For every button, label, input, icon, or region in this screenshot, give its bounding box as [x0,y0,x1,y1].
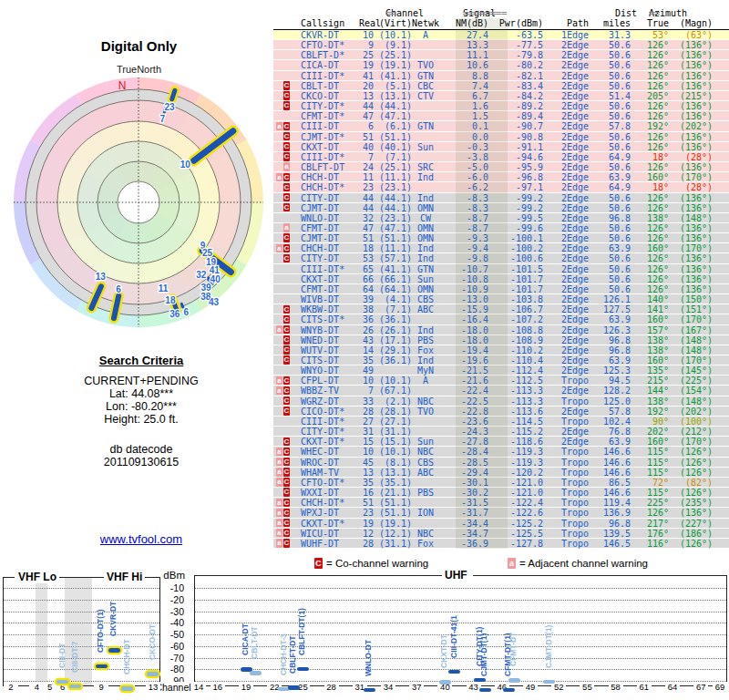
miles-cell: 96.8 [589,213,631,222]
co-channel-icon: C [283,325,290,335]
magnetic-azimuth-cell: (100°) [669,417,713,426]
path-cell: 2Edge [543,437,589,446]
magnetic-azimuth-cell: (126°) [669,458,713,467]
db-datecode-value: 201109130615 [0,456,282,468]
virtual-channel-cell: (11.1) [374,172,412,181]
radar-channel-label: 11 [159,283,169,293]
uhf-label: UHF [442,570,470,582]
magnetic-azimuth-cell: (136°) [669,162,713,171]
path-cell: 2Edge [543,407,589,416]
miles-cell: 125.0 [589,396,631,406]
network-cell: TVO [412,407,439,416]
true-azimuth-cell: 192° [631,121,669,130]
real-channel-cell: 35 [359,355,374,365]
adjacent-channel-icon: a [276,376,282,386]
real-channel-cell: 33 [359,396,374,406]
signal-callsign-label: CKVR-DT [108,602,118,636]
power-cell: -99.2 [488,193,543,202]
callsign-cell: CKXT-DT* [301,437,359,446]
co-channel-icon: C [283,81,290,90]
page-title: Digital Only [0,38,278,54]
network-cell: CW [412,213,439,222]
network-cell [412,478,439,487]
real-channel-cell: 11 [359,172,374,181]
network-cell: CBC [412,81,439,90]
adjacent-channel-icon: a [283,223,290,232]
network-cell: A [412,376,439,385]
noise-margin-cell: -28.5 [439,458,488,467]
noise-margin-cell: -19.6 [439,355,488,365]
noise-margin-cell: 0.1 [439,121,488,130]
miles-cell: 96.8 [589,335,631,345]
callsign-cell: CJMT-DT [301,203,359,212]
noise-margin-cell: -8.7 [439,213,488,222]
warning-markers [273,71,292,80]
adjacent-channel-legend: a = Adjacent channel warning [508,558,648,569]
co-channel-icon: C [283,254,290,263]
real-channel-cell: 24 [359,162,374,171]
power-cell: -80.2 [488,60,543,69]
co-channel-legend-text: = Co-channel warning [326,558,428,569]
power-cell: -82.1 [488,71,543,80]
table-row: CFMT-DT*47(47.1)1.5-89.42Edge50.6126°(13… [273,111,729,121]
virtual-channel-cell: (44.1) [374,101,412,110]
warning-markers: C [273,81,292,90]
power-cell: -118.6 [488,437,543,446]
virtual-channel-cell: (13.1) [374,468,412,477]
virtual-channel-cell: (51.1) [374,508,412,517]
miles-cell: 50.6 [589,50,631,59]
miles-cell: 57.8 [589,407,631,416]
warning-markers: C [273,253,292,262]
tvfool-link[interactable]: www.tvfool.com [100,532,182,546]
path-cell: Tropo [543,396,589,406]
real-channel-cell: 51 [359,132,374,141]
adjacent-channel-icon: a [276,458,282,467]
true-azimuth-cell: 126° [631,193,669,202]
latitude-value: Lat: 44.08*** [0,387,282,400]
co-channel-icon: C [314,558,323,569]
noise-margin-cell: -10.9 [439,284,488,293]
signal-marker [121,686,133,691]
warning-markers: C [273,407,292,416]
magnetic-azimuth-cell: (186°) [669,529,713,538]
path-cell: Tropo [543,508,589,517]
warning-markers: C [273,91,292,100]
radar-channel-label: 10 [180,160,191,170]
callsign-cell: WUHF-DT [301,539,359,548]
miles-cell: 146.5 [589,539,631,548]
col-path: Path [543,18,589,29]
table-row: CKXT-DT66(66.1)Sun-10.8-101.72Edge50.612… [273,274,729,284]
magnetic-azimuth-cell: (136°) [669,253,713,262]
dbm-gridline [194,634,726,635]
noise-margin-cell: -23.6 [439,417,488,426]
power-cell: -125.5 [488,529,543,538]
warning-markers: aC [273,468,292,477]
warning-markers: C [273,233,292,242]
miles-cell: 50.6 [589,193,631,202]
path-cell: 2Edge [543,50,589,59]
miles-cell: 50.6 [589,81,631,90]
signal-marker [250,671,262,675]
magnetic-azimuth-cell: (170°) [669,172,713,181]
callsign-cell: CKXT-DT [301,142,359,151]
true-azimuth-cell: 126° [631,274,669,283]
channel-tick-label: 67 [693,682,708,692]
col-real: Real [359,18,374,29]
magnetic-azimuth-cell: (151°) [669,304,713,314]
signal-callsign-label: CKCO-DT [148,624,158,660]
power-cell: -112.4 [488,365,543,375]
radar-channel-label: 40 [210,274,221,284]
path-cell: 2Edge [543,152,589,161]
warning-markers: aC [273,172,292,181]
real-channel-cell: 15 [359,437,374,446]
dbm-gridline [3,646,159,647]
col-true: True [631,18,669,29]
miles-cell: 50.6 [589,203,631,212]
dbm-gridline [194,658,726,659]
callsign-cell: WICU-DT [301,529,359,538]
true-azimuth-cell: 126° [631,162,669,171]
virtual-channel-cell: (66.1) [374,274,412,283]
virtual-channel-cell: (19.1) [374,519,412,528]
true-azimuth-cell: 90° [631,417,669,426]
table-row: aCCKXT-DT*19(19.1)-34.4-125.2Tropo96.821… [273,519,729,529]
